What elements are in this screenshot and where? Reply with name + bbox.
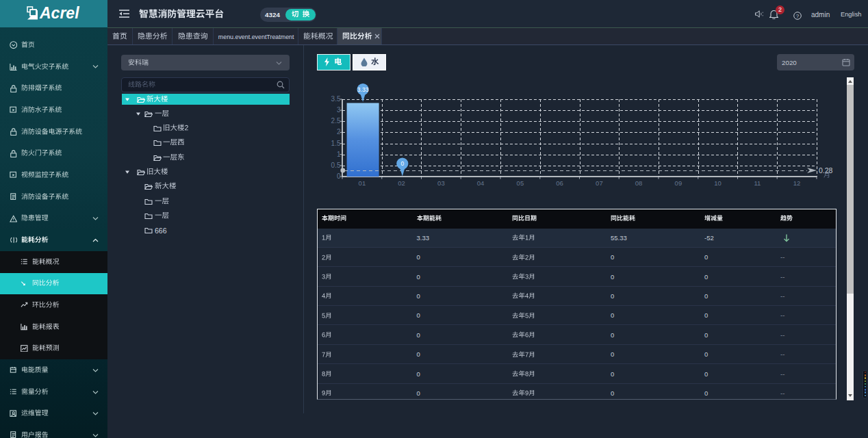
svg-text:06: 06 <box>556 179 563 187</box>
svg-text:11: 11 <box>754 179 761 187</box>
svg-text:0.5: 0.5 <box>331 162 341 169</box>
svg-text:?: ? <box>796 13 800 19</box>
svg-text:0: 0 <box>337 172 341 180</box>
svg-text:05: 05 <box>517 179 524 187</box>
svg-text:3.33: 3.33 <box>357 86 369 93</box>
svg-text:02: 02 <box>398 179 405 187</box>
svg-text:1: 1 <box>337 151 341 158</box>
svg-text:3: 3 <box>337 106 341 114</box>
svg-text:2.5: 2.5 <box>331 117 341 125</box>
svg-text:08: 08 <box>635 179 643 187</box>
svg-text:1.5: 1.5 <box>331 140 341 147</box>
svg-text:3.5: 3.5 <box>331 95 341 103</box>
svg-text:2: 2 <box>337 128 341 136</box>
svg-text:0: 0 <box>400 160 404 167</box>
svg-text:10: 10 <box>714 179 722 187</box>
svg-text:07: 07 <box>596 179 603 187</box>
svg-text:03: 03 <box>437 179 445 187</box>
svg-text:01: 01 <box>359 179 366 187</box>
svg-text:09: 09 <box>675 179 682 187</box>
svg-text:12: 12 <box>793 179 801 187</box>
svg-text:04: 04 <box>477 179 485 187</box>
